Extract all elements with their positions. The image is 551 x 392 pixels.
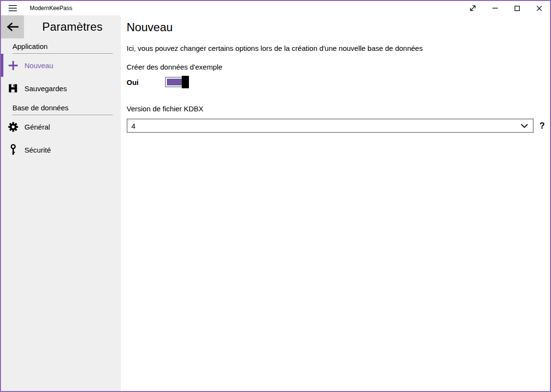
sidebar-item-label: Sécurité — [24, 146, 51, 154]
save-icon — [7, 83, 19, 93]
gear-icon — [7, 122, 19, 132]
app-window: ModernKeePass — [0, 0, 551, 392]
sidebar-header: Paramètres — [1, 15, 121, 38]
maximize-icon — [515, 6, 520, 11]
kdbx-version-select[interactable]: 4 — [127, 119, 534, 133]
settings-sidebar: Paramètres Application Nouveau — [1, 15, 121, 391]
section-header-application: Application — [12, 42, 113, 54]
plus-icon — [7, 60, 19, 71]
sidebar-item-sauvegardes[interactable]: Sauvegardes — [1, 77, 121, 100]
sample-data-toggle-row: Oui — [127, 76, 547, 88]
section-header-base-de-donnees: Base de données — [12, 104, 113, 115]
sample-data-toggle[interactable] — [165, 77, 188, 87]
diagonal-resize-icon — [469, 4, 477, 12]
kdbx-version-label: Version de fichier KDBX — [127, 105, 547, 113]
key-icon — [7, 144, 19, 155]
minimize-icon — [492, 8, 498, 9]
hamburger-icon — [9, 5, 17, 12]
titlebar: ModernKeePass — [1, 1, 550, 15]
sidebar-item-nouveau[interactable]: Nouveau — [1, 54, 121, 77]
maximize-button[interactable] — [506, 1, 528, 15]
back-button[interactable] — [1, 15, 24, 38]
app-title: ModernKeePass — [30, 5, 72, 12]
sample-data-label: Créer des données d'exemple — [127, 63, 547, 71]
page-title: Nouveau — [127, 20, 547, 35]
sidebar-item-label: Général — [24, 123, 50, 131]
settings-page-title: Paramètres — [24, 20, 121, 34]
sidebar-item-label: Nouveau — [24, 61, 53, 70]
selection-indicator — [1, 54, 3, 77]
sidebar-item-label: Sauvegardes — [24, 84, 67, 93]
window-body: Paramètres Application Nouveau — [1, 15, 550, 391]
fullscreen-button[interactable] — [462, 1, 484, 15]
kdbx-version-row: 4 ? — [127, 119, 547, 133]
minimize-button[interactable] — [484, 1, 506, 15]
hamburger-menu-button[interactable] — [1, 1, 24, 15]
window-controls — [462, 1, 550, 15]
page-description: Ici, vous pouvez changer certains option… — [127, 44, 547, 52]
help-button[interactable]: ? — [537, 120, 547, 131]
toggle-state-label: Oui — [127, 78, 165, 86]
toggle-thumb[interactable] — [182, 76, 189, 88]
back-arrow-icon — [6, 22, 19, 32]
chevron-down-icon — [521, 124, 528, 128]
close-icon — [537, 6, 542, 11]
sidebar-item-general[interactable]: Général — [1, 115, 121, 138]
settings-content: Nouveau Ici, vous pouvez changer certain… — [121, 15, 550, 391]
close-button[interactable] — [528, 1, 550, 15]
kdbx-version-value: 4 — [131, 122, 135, 130]
sidebar-item-securite[interactable]: Sécurité — [1, 138, 121, 161]
